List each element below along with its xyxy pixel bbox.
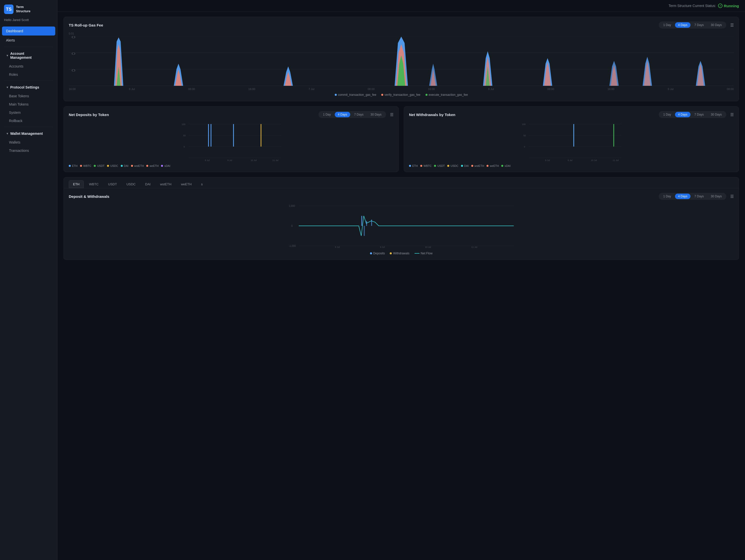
- svg-rect-37: [208, 124, 209, 147]
- with-menu-icon[interactable]: ☰: [730, 112, 734, 117]
- dw-time-30days[interactable]: 30 Days: [708, 194, 725, 199]
- status-running: ✓ Running: [718, 3, 739, 8]
- svg-text:11 Jul: 11 Jul: [471, 246, 477, 248]
- with-leg-wbtc: WBTC: [420, 164, 431, 167]
- svg-text:8 Jul: 8 Jul: [335, 246, 340, 248]
- check-icon: ✓: [718, 3, 722, 8]
- dep-time-30days[interactable]: 30 Days: [367, 112, 385, 117]
- dep-leg-weeth: weETH: [146, 164, 159, 167]
- status-label: Term Structure Current Status:: [669, 4, 716, 8]
- user-greeting: Hello Jared Scott: [0, 17, 57, 25]
- gas-chart-title: TS Roll-up Gas Fee: [69, 23, 103, 27]
- gas-time-30days[interactable]: 30 Days: [708, 22, 725, 28]
- svg-text:0: 0: [291, 225, 293, 227]
- gas-y-max: 0.01: [69, 32, 734, 35]
- dw-chart-title: Deposit & Withdrawals: [69, 194, 109, 198]
- sidebar-section-wallet-management[interactable]: ▼ Wallet Management: [2, 129, 55, 138]
- gas-time-7days[interactable]: 7 Days: [691, 22, 707, 28]
- dw-deposits-label: Deposits: [373, 252, 385, 255]
- with-time-4days[interactable]: 4 Days: [675, 112, 690, 117]
- dw-time-filters: 1 Day 4 Days 7 Days 30 Days: [659, 193, 726, 200]
- sidebar-item-alerts[interactable]: Alerts: [2, 36, 55, 45]
- sidebar-item-system[interactable]: System: [2, 108, 55, 117]
- sidebar-item-base-tokens[interactable]: Base Tokens: [2, 92, 55, 100]
- svg-rect-64: [361, 216, 362, 226]
- withdrawals-chart-area: 100 50 0 8 Jul 9 Jul 10 Jul 11 Jul: [409, 122, 734, 162]
- sidebar-section-protocol-settings[interactable]: ▼ Protocol Settings: [2, 83, 55, 92]
- token-tab-s[interactable]: s: [197, 180, 207, 188]
- sidebar-item-rollback[interactable]: Rollback: [2, 117, 55, 125]
- with-time-1day[interactable]: 1 Day: [660, 112, 674, 117]
- with-leg-sdai: sDAI: [501, 164, 511, 167]
- sidebar-item-dashboard[interactable]: Dashboard: [2, 27, 55, 35]
- with-time-filters: 1 Day 4 Days 7 Days 30 Days: [659, 111, 726, 118]
- sidebar-item-wallets[interactable]: Wallets: [2, 138, 55, 146]
- dep-leg-eth: ETH: [69, 164, 77, 167]
- top-bar: Term Structure Current Status: ✓ Running: [58, 0, 745, 12]
- dep-time-4days[interactable]: 4 Days: [335, 112, 350, 117]
- section-label-protocol: Protocol Settings: [10, 85, 39, 89]
- dep-time-1day[interactable]: 1 Day: [320, 112, 334, 117]
- dw-menu-icon[interactable]: ☰: [730, 194, 734, 199]
- gas-time-1day[interactable]: 1 Day: [660, 22, 674, 28]
- with-time-7days[interactable]: 7 Days: [691, 112, 707, 117]
- sidebar-item-accounts[interactable]: Accounts: [2, 62, 55, 70]
- app-name: TermStructure: [16, 5, 31, 13]
- divider-3: [4, 127, 53, 127]
- gas-menu-icon[interactable]: ☰: [730, 23, 734, 28]
- legend-verify-label: verify_transaction_gas_fee: [385, 93, 420, 97]
- sidebar-nav: Dashboard Alerts ▼ AccountManagement Acc…: [0, 25, 57, 560]
- dw-deposits-dot: [370, 252, 372, 254]
- svg-text:0: 0: [71, 36, 75, 39]
- dw-time-7days[interactable]: 7 Days: [691, 194, 707, 199]
- sidebar-item-main-tokens[interactable]: Main Tokens: [2, 100, 55, 108]
- token-tab-usdc[interactable]: USDC: [122, 180, 140, 188]
- svg-text:10 Jul: 10 Jul: [251, 159, 257, 162]
- svg-text:10 Jul: 10 Jul: [591, 159, 597, 162]
- deposits-chart-header: Net Deposits by Token 1 Day 4 Days 7 Day…: [69, 111, 393, 118]
- token-tab-wsteth[interactable]: wstETH: [156, 180, 176, 188]
- dw-withdrawals-dot: [390, 252, 392, 254]
- dashboard-content: TS Roll-up Gas Fee 1 Day 4 Days 7 Days 3…: [58, 12, 745, 265]
- dw-chart-header: Deposit & Withdrawals 1 Day 4 Days 7 Day…: [69, 193, 734, 200]
- dw-time-4days[interactable]: 4 Days: [675, 194, 690, 199]
- dep-leg-usdt: USDT: [94, 164, 104, 167]
- gas-legend: commit_transaction_gas_fee verify_transa…: [69, 93, 734, 97]
- dep-leg-wbtc: WBTC: [80, 164, 91, 167]
- main-content: Term Structure Current Status: ✓ Running…: [58, 0, 745, 560]
- dep-time-7days[interactable]: 7 Days: [351, 112, 366, 117]
- withdrawals-chart-card: Net Withdrawals by Token 1 Day 4 Days 7 …: [404, 106, 739, 172]
- deposits-chart-area: 100 50 0 8 Jul 9 Jul 10: [69, 122, 393, 162]
- token-tab-usdt[interactable]: USDT: [104, 180, 121, 188]
- svg-text:8 Jul: 8 Jul: [545, 159, 550, 162]
- logo-icon: TS: [4, 4, 13, 14]
- token-tab-eth[interactable]: ETH: [69, 180, 84, 188]
- sidebar-item-roles[interactable]: Roles: [2, 70, 55, 79]
- svg-rect-65: [366, 221, 367, 226]
- token-tab-wbtc[interactable]: WBTC: [85, 180, 103, 188]
- dep-menu-icon[interactable]: ☰: [390, 112, 393, 117]
- svg-text:0: 0: [71, 52, 75, 56]
- svg-text:100: 100: [522, 123, 526, 126]
- gas-fee-chart-card: TS Roll-up Gas Fee 1 Day 4 Days 7 Days 3…: [64, 17, 739, 101]
- gas-chart-area: 0.01: [69, 32, 734, 97]
- dep-leg-usdc: USDC: [107, 164, 118, 167]
- token-tab-weeth[interactable]: weETH: [177, 180, 196, 188]
- sidebar-section-account-management[interactable]: ▼ AccountManagement: [2, 49, 55, 62]
- gas-time-4days[interactable]: 4 Days: [675, 22, 690, 28]
- gas-x-labels: 16:00 6 Jul 08:00 16:00 7 Jul 08:00 16:0…: [69, 86, 734, 91]
- legend-execute-dot: [425, 94, 427, 96]
- svg-text:0: 0: [71, 69, 75, 72]
- withdrawals-legend: ETH WBTC USDT USDC DAI wstETH weETH sDAI: [409, 164, 734, 167]
- gas-chart-svg: 0 0 0: [69, 36, 734, 86]
- token-tab-dai[interactable]: DAI: [141, 180, 155, 188]
- dw-time-1day[interactable]: 1 Day: [660, 194, 674, 199]
- chevron-icon-2: ▼: [6, 86, 9, 89]
- deposits-svg: 100 50 0 8 Jul 9 Jul 10: [69, 122, 393, 162]
- gas-chart-container: 0 0 0: [69, 36, 734, 86]
- gas-time-filters: 1 Day 4 Days 7 Days 30 Days: [659, 22, 726, 29]
- sidebar-item-transactions[interactable]: Transactions: [2, 147, 55, 155]
- dw-legend: Deposits Withdrawals Net Flow: [69, 252, 734, 255]
- with-time-30days[interactable]: 30 Days: [708, 112, 725, 117]
- divider-2: [4, 81, 53, 81]
